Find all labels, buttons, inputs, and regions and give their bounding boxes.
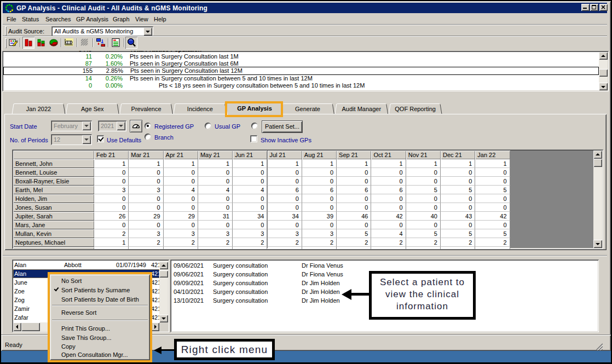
svg-text:Audit Manager: Audit Manager bbox=[342, 106, 382, 112]
svg-text:QOF Reporting: QOF Reporting bbox=[395, 106, 436, 112]
svg-text:Jan 2022: Jan 2022 bbox=[26, 106, 51, 112]
svg-text:Generate: Generate bbox=[295, 106, 320, 112]
svg-text:Prevalence: Prevalence bbox=[131, 106, 161, 112]
svg-text:Age Sex: Age Sex bbox=[81, 106, 104, 112]
svg-text:Incidence: Incidence bbox=[187, 106, 213, 112]
